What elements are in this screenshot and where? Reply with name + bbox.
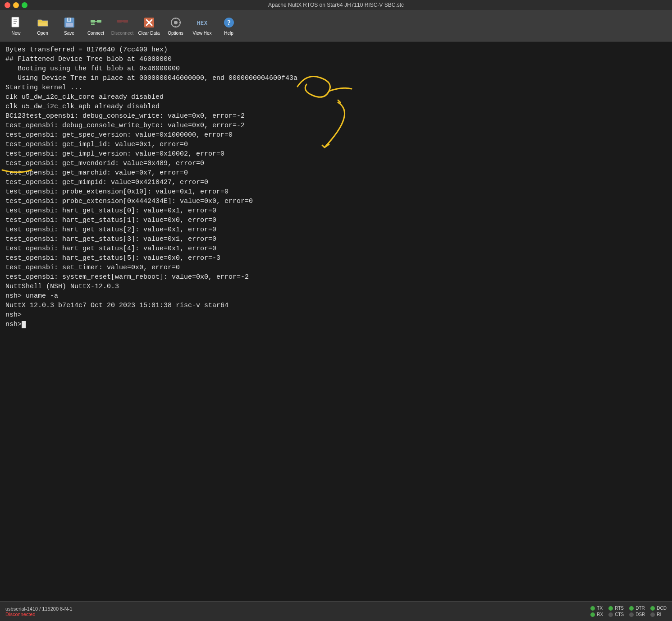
cts-indicator: CTS <box>608 612 624 617</box>
terminal-line: test_opensbi: hart_get_status[0]: value=… <box>5 206 667 216</box>
terminal-line: nsh> uname -a <box>5 291 667 301</box>
svg-rect-7 <box>68 18 70 21</box>
status-left: usbserial-1410 / 115200 8-N-1 Disconnect… <box>5 606 73 617</box>
new-icon <box>9 15 23 30</box>
tx-dot <box>590 606 595 611</box>
disconnect-label: Disconnect <box>111 31 133 36</box>
terminal-line: Booting using the fdt blob at 0x46000000 <box>5 64 667 74</box>
terminal-line: test_opensbi: probe_extension[0x4442434E… <box>5 197 667 206</box>
connect-button[interactable]: Connect <box>83 12 108 39</box>
toolbar: New Open Save <box>0 10 672 41</box>
rx-indicator: RX <box>590 612 603 617</box>
options-button[interactable]: Options <box>163 12 188 39</box>
terminal-line: test_opensbi: get_mimpid: value=0x421042… <box>5 178 667 187</box>
open-button[interactable]: Open <box>30 12 55 39</box>
terminal-line: Using Device Tree in place at 0000000046… <box>5 74 667 83</box>
tx-rx-group: TX RX <box>590 606 603 617</box>
dtr-indicator: DTR <box>629 606 645 611</box>
dsr-dot <box>629 612 634 617</box>
svg-rect-8 <box>91 20 95 23</box>
rx-dot <box>590 612 595 617</box>
terminal-line: Bytes transferred = 8176640 (7cc400 hex) <box>5 45 667 55</box>
terminal-line: test_opensbi: hart_get_status[5]: value=… <box>5 253 667 263</box>
terminal-line: nsh> <box>5 320 667 329</box>
cts-dot <box>608 612 613 617</box>
rts-dot <box>608 606 613 611</box>
terminal-line: test_opensbi: probe_extension[0x10]: val… <box>5 187 667 197</box>
tx-indicator: TX <box>590 606 603 611</box>
status-bar: usbserial-1410 / 115200 8-N-1 Disconnect… <box>0 601 672 621</box>
rx-label: RX <box>597 612 603 617</box>
terminal-output[interactable]: Bytes transferred = 8176640 (7cc400 hex)… <box>0 41 672 601</box>
minimize-button[interactable] <box>13 2 19 8</box>
save-button[interactable]: Save <box>57 12 82 39</box>
dsr-indicator: DSR <box>629 612 645 617</box>
ri-dot <box>650 612 655 617</box>
svg-rect-13 <box>117 20 122 23</box>
help-label: Help <box>224 31 233 36</box>
status-port: usbserial-1410 / 115200 8-N-1 <box>5 606 73 612</box>
svg-text:?: ? <box>227 19 231 27</box>
terminal-line: test_opensbi: hart_get_status[4]: value=… <box>5 244 667 253</box>
clear-data-label: Clear Data <box>138 31 160 36</box>
save-label: Save <box>64 31 74 36</box>
help-icon: ? <box>222 15 236 30</box>
svg-point-11 <box>91 23 93 25</box>
terminal-line: test_opensbi: system_reset[warm_reboot]:… <box>5 272 667 282</box>
clear-data-button[interactable]: Clear Data <box>137 12 161 39</box>
terminal-line: test_opensbi: hart_get_status[1]: value=… <box>5 216 667 225</box>
open-label: Open <box>37 31 48 36</box>
status-connection: Disconnected <box>5 612 73 617</box>
terminal-line: test_opensbi: hart_get_status[3]: value=… <box>5 235 667 244</box>
title-bar: Apache NuttX RTOS on Star64 JH7110 RISC-… <box>0 0 672 10</box>
rts-indicator: RTS <box>608 606 624 611</box>
terminal-line: test_opensbi: get_impl_version: value=0x… <box>5 149 667 159</box>
options-icon <box>169 15 183 30</box>
maximize-button[interactable] <box>22 2 27 8</box>
ri-indicator: RI <box>650 612 667 617</box>
terminal-line: NuttX 12.0.3 b7e14c7 Oct 20 2023 15:01:3… <box>5 301 667 310</box>
view-hex-button[interactable]: HEX View Hex <box>190 12 215 39</box>
svg-point-12 <box>93 23 95 25</box>
terminal-line: ## Flattened Device Tree blob at 4600000… <box>5 55 667 64</box>
window-controls <box>5 2 27 8</box>
ri-label: RI <box>657 612 661 617</box>
window-title: Apache NuttX RTOS on Star64 JH7110 RISC-… <box>268 2 404 8</box>
terminal-line: NuttShell (NSH) NuttX-12.0.3 <box>5 282 667 291</box>
new-button[interactable]: New <box>4 12 28 39</box>
terminal-line: test_opensbi: get_marchid: value=0x7, er… <box>5 168 667 178</box>
dcd-ri-group: DCD RI <box>650 606 667 617</box>
terminal-line: test_opensbi: get_spec_version: value=0x… <box>5 130 667 140</box>
terminal-lines: Bytes transferred = 8176640 (7cc400 hex)… <box>5 45 667 329</box>
terminal-line: test_opensbi: get_impl_id: value=0x1, er… <box>5 140 667 149</box>
rts-cts-group: RTS CTS <box>608 606 624 617</box>
disconnect-icon <box>115 15 130 30</box>
save-icon <box>62 15 77 30</box>
terminal-line: test_opensbi: hart_get_status[2]: value=… <box>5 225 667 235</box>
rts-label: RTS <box>615 606 624 611</box>
connect-icon <box>89 15 103 30</box>
help-button[interactable]: ? Help <box>216 12 241 39</box>
disconnect-button[interactable]: Disconnect <box>110 12 135 39</box>
svg-rect-9 <box>97 20 101 23</box>
open-icon <box>36 15 50 30</box>
terminal-line: BC123test_opensbi: debug_console_write: … <box>5 111 667 121</box>
dsr-label: DSR <box>635 612 645 617</box>
view-hex-label: View Hex <box>192 31 211 36</box>
tx-label: TX <box>597 606 603 611</box>
terminal-line: test_opensbi: set_timer: value=0x0, erro… <box>5 263 667 272</box>
terminal-line: test_opensbi: get_mvendorid: value=0x489… <box>5 159 667 168</box>
dcd-label: DCD <box>657 606 667 611</box>
dcd-dot <box>650 606 655 611</box>
dcd-indicator: DCD <box>650 606 667 611</box>
close-button[interactable] <box>5 2 10 8</box>
svg-point-21 <box>174 21 178 24</box>
view-hex-icon: HEX <box>195 15 210 30</box>
terminal-line: test_opensbi: debug_console_write_byte: … <box>5 121 667 130</box>
options-label: Options <box>168 31 183 36</box>
terminal-line: clk u5_dw_i2c_clk_apb already disabled <box>5 102 667 111</box>
status-indicators: TX RX RTS CTS DTR DSR <box>590 606 667 617</box>
dtr-dot <box>629 606 634 611</box>
dtr-dsr-group: DTR DSR <box>629 606 645 617</box>
terminal-line: nsh> <box>5 310 667 320</box>
